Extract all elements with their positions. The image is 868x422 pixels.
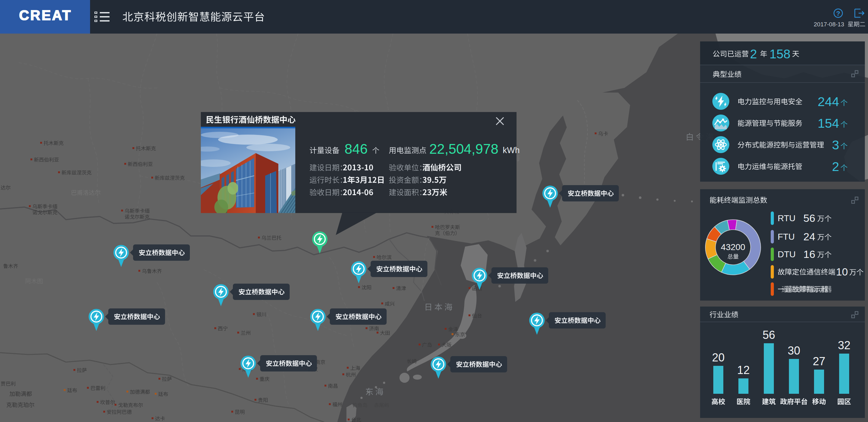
svg-text:?: ? [836, 10, 840, 17]
svg-text:158: 158 [770, 47, 790, 61]
svg-text:RTU: RTU [778, 213, 796, 223]
svg-text:27: 27 [813, 355, 825, 368]
svg-text:56: 56 [763, 328, 775, 342]
svg-text:32: 32 [838, 339, 850, 352]
svg-text:2017-08-13: 2017-08-13 [814, 21, 844, 28]
svg-text:kWh: kWh [503, 145, 520, 155]
svg-text:2: 2 [750, 47, 757, 61]
svg-text:16: 16 [803, 248, 815, 260]
svg-text:DTU: DTU [778, 250, 796, 259]
svg-text:CREAT: CREAT [19, 7, 72, 23]
svg-text:20: 20 [712, 351, 724, 364]
svg-text:154: 154 [818, 116, 839, 131]
svg-text:43200: 43200 [721, 242, 745, 252]
svg-text:22,504,978: 22,504,978 [429, 141, 498, 157]
svg-text:3: 3 [832, 138, 839, 152]
svg-text:846: 846 [345, 141, 368, 157]
svg-text:30: 30 [788, 344, 800, 357]
svg-text:FTU: FTU [778, 232, 795, 241]
svg-text:244: 244 [818, 94, 839, 109]
svg-text:10: 10 [836, 266, 848, 278]
svg-text:56: 56 [803, 212, 815, 224]
svg-text:24: 24 [803, 231, 815, 242]
svg-text:12: 12 [737, 364, 750, 377]
svg-text:2: 2 [832, 159, 839, 174]
